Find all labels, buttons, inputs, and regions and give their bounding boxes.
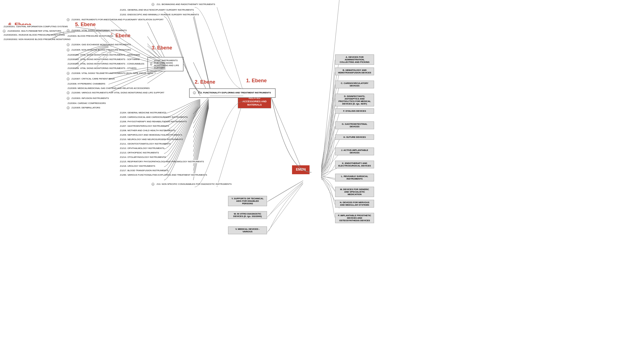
expand-Z120303i[interactable]: + <box>67 97 70 100</box>
svg-line-37 <box>193 108 209 180</box>
node-Y[interactable]: Y. SUPPORTS OR TECHNICAL AIDS FOR DISABL… <box>228 196 267 206</box>
expand-Z120302[interactable]: + <box>67 29 70 32</box>
svg-line-26 <box>193 100 209 128</box>
node-Z1217-label: Z1217. BLOOD TRANSFUSION INSTRUMENTS <box>119 169 169 172</box>
node-P[interactable]: P. IMPLANTABLE PROSTHETIC DEVICES AND OS… <box>335 213 374 223</box>
node-Z120303[interactable]: Z120303. BLOOD PRESSURE MONITORING <box>67 34 114 37</box>
node-Z120306[interactable]: + Z120306. VITAL SIGNS TELEMETRY INSTRUM… <box>67 72 156 75</box>
node-Z120304[interactable]: + Z120304. GAS EXCHANGE MONITORING INSTR… <box>67 43 132 46</box>
svg-line-30 <box>193 103 209 147</box>
expand-Z120301[interactable]: + <box>67 18 70 21</box>
expand-Z12[interactable]: ○ <box>193 91 196 94</box>
node-Z12-label: Z12. FUNCTIONALITY EXPLORING AND TREATME… <box>197 91 272 94</box>
svg-line-25 <box>193 99 209 123</box>
node-M-label: M. DEVICES FOR GENERIC AND SPECIALISTIC … <box>335 187 374 197</box>
node-Z11[interactable]: + Z11. BIOIMAGING AND RADIOTHERAPY INSTR… <box>152 3 216 6</box>
node-Z12030201[interactable]: Z12030201. CENTRAL INFORMATION COMPUTING… <box>3 25 69 28</box>
node-Z11-label: Z11. BIOIMAGING AND RADIOTHERAPY INSTRUM… <box>156 3 216 6</box>
node-Z12[interactable]: ○ Z12. FUNCTIONALITY EXPLORING AND TREAT… <box>189 88 276 98</box>
expand-Z11[interactable]: + <box>152 3 154 6</box>
node-Y-label: Y. SUPPORTS OR TECHNICAL AIDS FOR DISABL… <box>228 196 267 206</box>
node-B-label: B. HEMATOLOGY AND HEMOTRANSFUSION DEVICE… <box>335 68 374 75</box>
node-Z120305[interactable]: + Z120305. NON INVASIVE BLOOD PRESSURE M… <box>67 48 132 51</box>
node-Z120307[interactable]: + Z120307. CRITICAL CARE PATIENT BEDS <box>67 77 115 80</box>
node-Z1215[interactable]: Z1215. RESPIRATORY PHYSIOPATHOLOGY AND P… <box>119 160 205 163</box>
expand-Z120304[interactable]: + <box>67 43 70 46</box>
node-Z120303i[interactable]: + Z120303. INFUSION INSTRUMENTS <box>67 97 110 100</box>
node-D[interactable]: D. DISINFECTANTS, ANTISEPTICS AND PROTIO… <box>335 94 374 106</box>
expand-Z120390[interactable]: + <box>67 91 70 94</box>
node-Z1207[interactable]: Z1207. GASTROENTEROLOGY INSTRUMENTS <box>119 124 170 127</box>
node-L-label: L. REUSABLE SURGICAL INSTRUMENTS <box>335 174 374 181</box>
node-Z12030299[interactable]: Z12030299. VITAL SIGNS MONITORING INSTRU… <box>67 67 137 69</box>
node-Z1205[interactable]: Z1205. CARDIOLOGICAL AND CARDIOSURGERY I… <box>119 116 189 118</box>
node-Z120390[interactable]: + Z120390. VARIOUS INSTRUMENTS FOR VITAL… <box>67 91 165 94</box>
node-Z120301[interactable]: + Z120301. INSTRUMENTS FOR ANESTHESIA AN… <box>67 18 164 21</box>
node-J[interactable]: J. ACTIVE-IMPLANTABLE DEVICES <box>335 148 374 155</box>
node-Z1203[interactable]: ○ Z1203. INSTRUMENTS FOR VITAL SIGNS MON… <box>147 57 184 71</box>
node-W[interactable]: W. IN VITRO DIAGNOSTIC DEVICES (D. lgs. … <box>228 211 267 219</box>
node-V[interactable]: V. MEDICAL DEVICES - VARIOUS <box>228 226 267 234</box>
root-node[interactable]: EMDN <box>292 165 310 174</box>
node-M[interactable]: M. DEVICES FOR GENERIC AND SPECIALISTIC … <box>335 187 374 197</box>
node-Z1209[interactable]: Z1209. NEPHROLOGY AND HEMODIALYSIS INSTR… <box>119 133 183 136</box>
node-L6-2[interactable]: Z1203020302. NON INVASIVE BLOOD PRESSURE… <box>3 38 71 41</box>
node-Z12030280[interactable]: Z12030280. VITAL SIGNS MONITORING INSTRU… <box>67 53 141 56</box>
expand-Z120305[interactable]: + <box>67 49 70 51</box>
svg-line-17 <box>217 7 243 92</box>
node-Z1208[interactable]: Z1208. MOTHER AND CHILD HEALTH INSTRUMEN… <box>119 129 176 132</box>
node-Z120302[interactable]: + Z120302. VITAL SIGNS MONITORING INSTRU… <box>67 29 128 32</box>
expand-Z120305d[interactable]: + <box>67 106 70 109</box>
node-Z12030202[interactable]: + Z120302202. MULTI-PARAMETER VITAL MONI… <box>3 29 62 33</box>
node-Z1204[interactable]: Z1204. GENERAL MEDICINE INSTRUMENTS <box>119 111 167 114</box>
expand-Z120306[interactable]: + <box>67 72 70 75</box>
node-Z1216[interactable]: Z1216. UROLOGY INSTRUMENTS <box>119 164 156 167</box>
node-Z12030285-label: Z12030285. VITAL SIGNS MONITORING INSTRU… <box>67 62 145 65</box>
node-C[interactable]: C. CARDIOCIRCULATORY DEVICES <box>335 81 374 88</box>
expand-Z120307[interactable]: + <box>67 78 70 80</box>
node-Z1206[interactable]: Z1206. PHYSIOTHERAPY AND REHABILITATION … <box>119 120 188 123</box>
node-Z1206-label: Z1206. PHYSIOTHERAPY AND REHABILITATION … <box>119 120 188 123</box>
node-Z12030280-label: Z12030280. VITAL SIGNS MONITORING INSTRU… <box>67 53 141 56</box>
node-N-label: N. DEVICES FOR NERVOUS AND MEDULLAR SYST… <box>335 200 374 208</box>
node-N[interactable]: N. DEVICES FOR NERVOUS AND MEDULLAR SYST… <box>335 200 374 208</box>
node-Z120308[interactable]: Z120308. HYPERBARIC CHAMBERS <box>67 82 106 85</box>
svg-line-7 <box>321 140 339 174</box>
node-Z120301-label: Z120301. INSTRUMENTS FOR ANESTHESIA AND … <box>71 18 164 21</box>
node-Z120306-label: Z120306. VITAL SIGNS TELEMETRY INSTRUMEN… <box>71 72 156 75</box>
node-Z120307-label: Z120307. CRITICAL CARE PATIENT BEDS <box>71 77 115 80</box>
node-Z1214[interactable]: Z1214. OTOLARYNGOLOGY INSTRUMENTS <box>119 156 167 158</box>
node-Z1201[interactable]: Z1201. GENERAL AND MULTIDISCIPLINARY SUR… <box>119 8 195 11</box>
expand-Z13[interactable]: + <box>152 183 154 186</box>
mindmap-diagram: EMDN 1. Ebene 2. Ebene 3. Ebene 4. Ebene… <box>0 0 643 364</box>
node-Z12030285[interactable]: Z12030285. VITAL SIGNS MONITORING INSTRU… <box>67 62 145 65</box>
node-Z1217[interactable]: Z1217. BLOOD TRANSFUSION INSTRUMENTS <box>119 169 169 172</box>
node-Z120305d[interactable]: + Z120305. DEFIBRILLATORS <box>67 106 101 109</box>
node-Z120304-label: Z120304. GAS EXCHANGE MONITORING INSTRUM… <box>71 43 132 46</box>
node-A[interactable]: A. DEVICES FOR ADMINISTRATION, COLLECTIN… <box>335 54 374 65</box>
node-B[interactable]: B. HEMATOLOGY AND HEMOTRANSFUSION DEVICE… <box>335 68 374 75</box>
node-H[interactable]: H. SUTURE DEVICES <box>335 134 374 140</box>
node-C-label: C. CARDIOCIRCULATORY DEVICES <box>335 81 374 88</box>
expand-Z12030202[interactable]: + <box>3 30 6 33</box>
node-Z1290[interactable]: Z1290. VARIOUS FUNCTIONALITIES EXPLORING… <box>119 173 208 176</box>
node-F[interactable]: F. DYALISIS DEVICES <box>335 108 374 114</box>
expand-Z1203[interactable]: ○ <box>150 63 152 66</box>
node-Z1212[interactable]: Z1212. OPHTHALMOLOGY INSTRUMENTS <box>119 147 165 149</box>
node-Z1202-label: Z1202. ENDOSCOPIC AND MINIMALLY INVASIVE… <box>119 13 200 16</box>
node-Z120309[interactable]: Z120309. MEDICAL/MEDICINAL GAS SYSTEMS A… <box>67 87 150 89</box>
node-Z13[interactable]: + Z13. NON SPECIFIC CONSUMABLES FOR DIAG… <box>152 183 233 186</box>
node-G[interactable]: G. GASTROINTESTINAL DEVICES <box>335 121 374 129</box>
node-Z120308-label: Z120308. HYPERBARIC CHAMBERS <box>67 82 106 85</box>
node-Z120390-label: Z120390. VARIOUS INSTRUMENTS FOR VITAL S… <box>71 91 165 94</box>
node-F-label: F. DYALISIS DEVICES <box>335 108 374 114</box>
node-L[interactable]: L. REUSABLE SURGICAL INSTRUMENTS <box>335 174 374 181</box>
node-Z1213[interactable]: Z1213. ORTHOPEDIC INSTRUMENTS <box>119 151 160 154</box>
node-Z1211[interactable]: Z1211. ODONTOSTOMATOLOGY INSTRUMENTS <box>119 142 172 145</box>
node-Z12030282[interactable]: Z12030282. VITAL SIGNS MONITORING INSTRU… <box>67 58 141 61</box>
node-Z1210[interactable]: Z1210. NEUROLOGY AND NEUROSURGERY INSTRU… <box>119 138 184 141</box>
node-Z1202[interactable]: Z1202. ENDOSCOPIC AND MINIMALLY INVASIVE… <box>119 13 200 16</box>
node-L6-1[interactable]: Z1203020301. INVASIVE BLOOD PRESSURE MON… <box>3 33 66 36</box>
node-K[interactable]: K. ENDOTHERAPY AND ELECTROSURGICAL DEVIC… <box>335 161 374 168</box>
node-Z120304c[interactable]: Z120304. CARDIAC COMPRESSORS <box>67 102 107 104</box>
